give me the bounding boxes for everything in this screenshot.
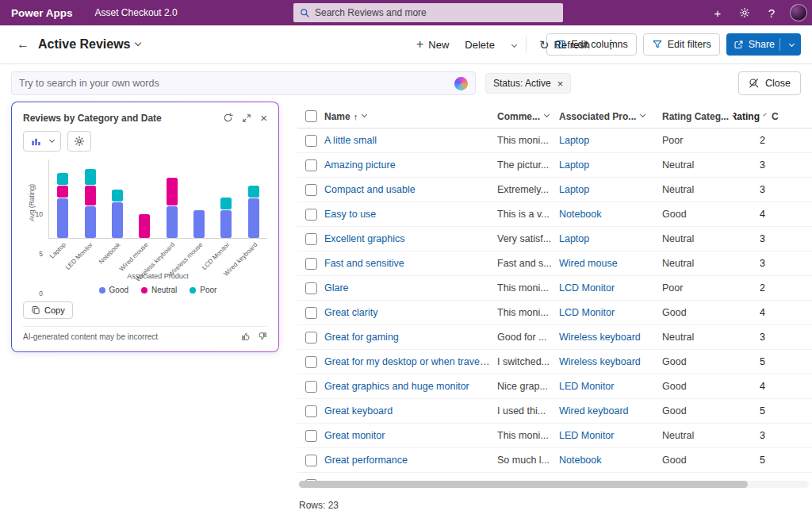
row-checkbox[interactable]: [305, 184, 317, 196]
column-header-associated-product[interactable]: Associated Pro...: [559, 111, 662, 122]
review-name-link[interactable]: Great for gaming: [324, 332, 399, 343]
edit-filters-button[interactable]: Edit filters: [643, 33, 720, 56]
chart-settings-button[interactable]: [67, 131, 91, 152]
table-row[interactable]: Excellent graphicsVery satisf...LaptopNe…: [297, 227, 812, 251]
global-search-box[interactable]: [293, 3, 563, 22]
new-button[interactable]: + New: [409, 33, 456, 56]
copilot-icon[interactable]: [454, 77, 468, 90]
chart-expand-icon[interactable]: [242, 113, 251, 123]
review-name-link[interactable]: A little small: [324, 135, 377, 146]
column-header-clipped[interactable]: C: [772, 111, 791, 122]
add-icon[interactable]: +: [704, 0, 731, 25]
row-checkbox[interactable]: [305, 381, 317, 393]
table-row[interactable]: Great for gamingGood for ...Wireless key…: [297, 325, 812, 350]
column-header-rating[interactable]: Rating: [733, 111, 772, 122]
table-row[interactable]: Amazing pictureThe pictur...LaptopNeutra…: [297, 153, 812, 178]
review-name-link[interactable]: Amazing picture: [324, 159, 396, 171]
row-checkbox[interactable]: [305, 159, 317, 171]
product-link[interactable]: Wired keyboard: [559, 405, 629, 416]
row-checkbox[interactable]: [305, 430, 317, 442]
product-link[interactable]: Notebook: [559, 209, 602, 220]
row-checkbox[interactable]: [305, 307, 317, 319]
review-name-link[interactable]: Compact and usable: [324, 184, 416, 195]
table-row[interactable]: Great for my desktop or when travelingI …: [297, 350, 812, 374]
delete-split-chevron[interactable]: [504, 34, 520, 56]
account-avatar[interactable]: [785, 0, 812, 25]
product-link[interactable]: LED Monitor: [559, 430, 614, 441]
product-link[interactable]: Wireless keyboard: [559, 356, 641, 367]
table-row[interactable]: GlareThis moni...LCD MonitorPoor2: [297, 276, 812, 301]
nl-search-input[interactable]: [19, 78, 450, 89]
table-row[interactable]: Easy to useThis is a v...NotebookGood4: [297, 202, 812, 227]
share-button[interactable]: Share: [726, 33, 801, 56]
settings-gear-icon[interactable]: [731, 0, 758, 25]
thumbs-up-icon[interactable]: [241, 332, 251, 341]
table-row[interactable]: Great performanceSo much l...NotebookGoo…: [297, 448, 812, 473]
chart-type-dropdown[interactable]: [23, 131, 61, 152]
review-name-link[interactable]: Great keyboard: [324, 405, 393, 416]
thumbs-down-icon[interactable]: [258, 332, 267, 341]
status-filter-chip[interactable]: Status: Active ×: [485, 73, 571, 94]
help-icon[interactable]: ?: [758, 0, 785, 25]
table-row[interactable]: A little smallThis moni...LaptopPoor2: [297, 129, 812, 153]
column-header-comments[interactable]: Comme...: [497, 111, 559, 122]
table-row[interactable]: Compact and usableExtremely...LaptopNeut…: [297, 178, 812, 202]
horizontal-scrollbar-track[interactable]: [298, 481, 809, 488]
global-search-input[interactable]: [315, 7, 557, 18]
legend-item-good[interactable]: Good: [99, 286, 128, 294]
chart-refresh-icon[interactable]: [223, 113, 233, 123]
row-checkbox[interactable]: [305, 455, 317, 466]
nl-search-box[interactable]: [11, 71, 476, 95]
comment-cell: This moni...: [497, 307, 559, 318]
copy-button[interactable]: Copy: [23, 301, 73, 319]
review-name-link[interactable]: Fast and sensitive: [324, 258, 404, 269]
column-header-name[interactable]: Name ↑: [324, 111, 497, 122]
product-link[interactable]: Wired mouse: [559, 258, 618, 269]
view-selector[interactable]: Active Reviews: [38, 37, 140, 52]
row-checkbox[interactable]: [305, 209, 317, 221]
column-header-rating-category[interactable]: Rating Categ...: [662, 111, 733, 122]
table-row[interactable]: Great keyboardI used thi...Wired keyboar…: [297, 399, 812, 424]
review-name-link[interactable]: Great for my desktop or when traveling: [324, 356, 495, 367]
app-name[interactable]: Asset Checkout 2.0: [95, 7, 178, 18]
review-name-link[interactable]: Easy to use: [324, 209, 376, 220]
review-name-link[interactable]: Great performance: [324, 455, 408, 466]
legend-item-neutral[interactable]: Neutral: [141, 286, 177, 294]
row-checkbox[interactable]: [305, 233, 317, 245]
review-name-link[interactable]: Great graphics and huge monitor: [324, 381, 469, 392]
review-name-link[interactable]: Great monitor: [324, 430, 385, 441]
table-row[interactable]: Fast and sensitiveFast and s...Wired mou…: [297, 251, 812, 276]
product-link[interactable]: Notebook: [559, 455, 602, 466]
review-name-link[interactable]: Excellent graphics: [324, 233, 404, 244]
table-row[interactable]: Great clarityThis moni...LCD MonitorGood…: [297, 301, 812, 325]
legend-item-poor[interactable]: Poor: [190, 286, 216, 294]
product-link[interactable]: Laptop: [559, 233, 589, 244]
delete-button[interactable]: Delete: [458, 34, 502, 56]
product-link[interactable]: LCD Monitor: [559, 307, 615, 318]
product-link[interactable]: Wireless keyboard: [559, 332, 641, 343]
product-link[interactable]: Laptop: [559, 135, 589, 146]
more-commands-icon[interactable]: ⋮: [599, 33, 623, 56]
row-checkbox[interactable]: [305, 356, 317, 368]
row-checkbox[interactable]: [305, 135, 317, 147]
back-arrow-icon[interactable]: ←: [11, 33, 35, 56]
review-name-link[interactable]: Glare: [324, 282, 349, 294]
row-checkbox[interactable]: [305, 258, 317, 270]
row-checkbox[interactable]: [305, 282, 317, 294]
refresh-button[interactable]: ↻ Refresh: [532, 34, 597, 56]
product-link[interactable]: Laptop: [559, 159, 589, 171]
horizontal-scrollbar-thumb[interactable]: [299, 481, 748, 488]
close-search-button[interactable]: Close: [738, 71, 801, 95]
product-link[interactable]: LCD Monitor: [559, 282, 615, 294]
power-apps-logo[interactable]: Power Apps: [11, 7, 73, 19]
review-name-link[interactable]: Great clarity: [324, 307, 377, 318]
chart-close-icon[interactable]: ×: [260, 112, 267, 124]
product-link[interactable]: LED Monitor: [559, 381, 614, 392]
row-checkbox[interactable]: [305, 405, 317, 417]
product-link[interactable]: Laptop: [559, 184, 589, 195]
row-checkbox[interactable]: [305, 332, 317, 344]
select-all-checkbox[interactable]: [305, 110, 317, 122]
table-row[interactable]: Great graphics and huge monitorNice grap…: [297, 374, 812, 399]
dismiss-icon[interactable]: ×: [557, 79, 564, 89]
table-row[interactable]: Great monitorThis moni...LED MonitorNeut…: [297, 424, 812, 448]
